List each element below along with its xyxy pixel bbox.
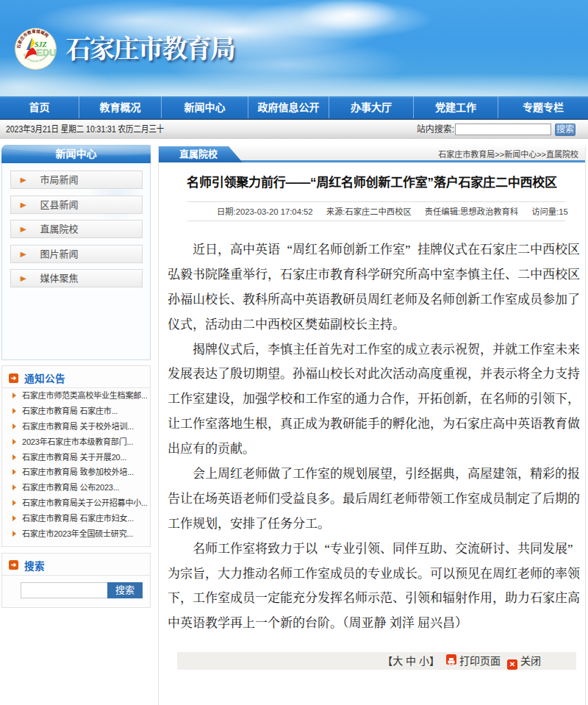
svg-text:EDU: EDU [36,47,56,58]
